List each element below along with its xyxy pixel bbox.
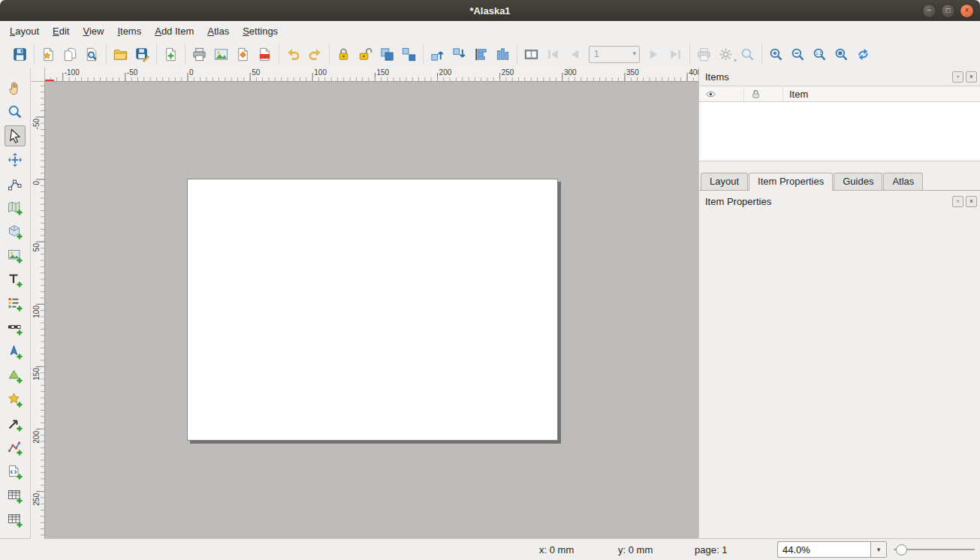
pan-layout-tool[interactable] [5,77,26,98]
menu-layout[interactable]: Layout [3,23,46,39]
items-panel-float-button[interactable]: ▫ [952,71,963,83]
atlas-preview-button[interactable] [521,44,541,65]
add-map-tool[interactable] [5,197,26,218]
redo-button[interactable] [305,44,325,65]
atlas-first-feature-button[interactable] [543,44,563,65]
add-node-item-tool[interactable] [5,438,26,459]
tab-item-properties[interactable]: Item Properties [749,173,833,191]
add-map-icon [7,200,23,216]
refresh-view-button[interactable] [853,44,873,65]
add-3d-map-tool[interactable] [5,221,26,242]
export-svg-button[interactable] [233,44,253,65]
layout-canvas[interactable] [44,81,698,539]
unlock-items-button[interactable] [355,44,375,65]
move-item-content-tool[interactable] [5,149,26,170]
tab-layout[interactable]: Layout [701,173,748,190]
maximize-button[interactable]: □ [941,4,955,18]
zoom-tool[interactable] [5,101,26,122]
zoom-slider[interactable] [892,539,978,560]
add-shape-tool[interactable] [5,366,26,387]
new-layout-button[interactable] [38,44,59,65]
layout-manager-button[interactable] [82,44,102,65]
items-panel-close-button[interactable]: × [966,71,977,83]
duplicate-layout-button[interactable] [60,44,80,65]
menu-items[interactable]: Items [110,23,148,39]
add-fixed-table-tool[interactable] [5,510,26,531]
menu-settings[interactable]: Settings [236,23,285,39]
export-pdf-button[interactable] [255,44,275,65]
item-properties-close-button[interactable]: × [966,196,977,207]
items-panel-buttons: ▫ × [952,71,977,83]
ruler-label: 150 [32,368,41,381]
ruler-corner [31,68,45,82]
dropdown-arrow-icon: ▾ [734,58,737,64]
zoom-full-extent-button[interactable] [831,44,852,65]
item-properties-float-button[interactable]: ▫ [952,196,963,207]
menu-view[interactable]: View [76,23,110,39]
add-marker-tool[interactable] [5,390,26,411]
add-scalebar-tool[interactable] [5,318,26,339]
horizontal-ruler[interactable]: -100-50050100150200250300350400 [44,68,698,82]
add-html-frame-tool[interactable] [5,462,26,483]
lock-items-button[interactable] [333,44,354,65]
export-image-button[interactable] [211,44,231,65]
close-button[interactable]: × [960,4,974,18]
atlas-zoom-button[interactable] [737,44,758,65]
ungroup-items-button[interactable] [399,44,419,65]
tab-atlas[interactable]: Atlas [883,173,923,190]
titlebar[interactable]: *Alaska1 −□× [0,0,980,22]
atlas-last-feature-button[interactable] [665,44,686,65]
zoom-in-button[interactable] [766,44,786,65]
add-arrow-tool[interactable] [5,414,26,435]
toolbar-group: 1▾ [517,44,689,65]
minimize-button[interactable]: − [922,4,936,18]
print-button[interactable] [189,44,210,65]
atlas-next-feature-button[interactable] [644,44,664,65]
dropdown-arrow-icon[interactable]: ▾ [870,542,886,557]
save-template-button[interactable] [132,44,152,65]
menu-atlas[interactable]: Atlas [201,23,236,39]
add-label-tool[interactable] [5,269,26,291]
add-attribute-table-tool[interactable] [5,486,26,507]
raise-items-button[interactable] [427,44,448,65]
item-properties-content [699,210,980,539]
menu-edit[interactable]: Edit [46,23,76,39]
undo-button[interactable] [283,44,303,65]
lower-items-button[interactable] [449,44,469,65]
add-legend-tool[interactable] [5,294,26,315]
eye-icon [705,89,716,100]
edit-nodes-item-tool[interactable] [5,173,26,194]
ruler-label: 100 [314,68,327,77]
ruler-label: 50 [32,243,41,251]
print-atlas-button[interactable] [694,44,714,65]
save-template-icon [134,47,150,62]
qgis-print-layout-window: *Alaska1 −□× LayoutEditViewItemsAdd Item… [0,0,980,560]
items-list[interactable] [699,102,980,161]
atlas-previous-feature-button[interactable] [565,44,585,65]
add-picture-tool[interactable] [5,245,26,266]
menu-add-item[interactable]: Add Item [148,23,201,39]
add-picture-icon [7,248,23,264]
select-move-item-tool[interactable] [5,125,26,146]
load-template-button[interactable] [110,44,131,65]
left-toolbar [0,68,31,539]
window-title: *Alaska1 [469,5,510,17]
zoom-level-combo[interactable]: 44.0% ▾ [777,541,887,558]
align-items-button[interactable] [471,44,491,65]
group-items-button[interactable] [377,44,397,65]
atlas-feature-combo[interactable]: 1▾ [589,46,640,63]
atlas-settings-button[interactable]: ▾ [716,44,736,65]
layout-manager-icon [84,47,100,62]
ruler-label: 200 [439,68,452,77]
zoom-out-button[interactable] [788,44,808,65]
save-project-button[interactable] [10,44,30,65]
add-north-arrow-tool[interactable] [5,342,26,363]
tab-guides[interactable]: Guides [834,173,882,190]
vertical-ruler[interactable]: -50050100150200250 [31,81,45,539]
zoom-slider-handle[interactable] [896,544,907,555]
layout-page[interactable] [187,179,558,441]
distribute-items-button[interactable] [493,44,513,65]
duplicate-layout-icon [62,47,78,62]
zoom-actual-size-button[interactable]: 1:1 [810,44,830,65]
add-pages-button[interactable] [161,44,181,65]
